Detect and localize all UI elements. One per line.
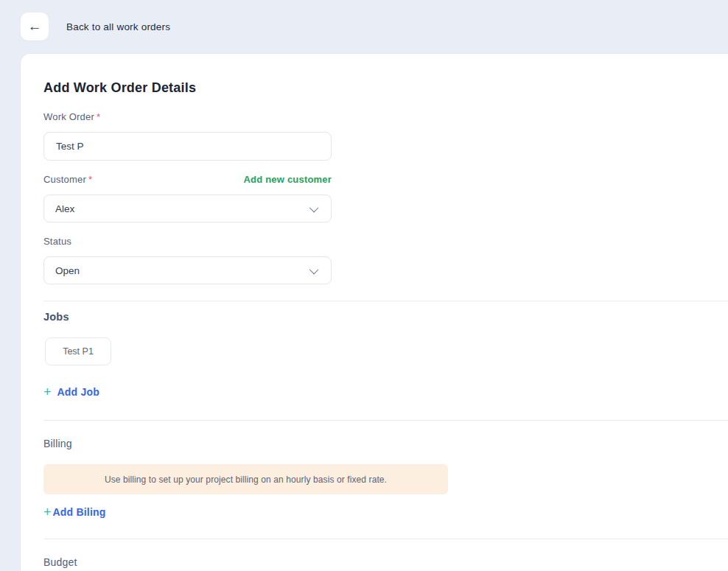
plus-icon: +: [43, 385, 52, 399]
billing-section-title: Billing: [43, 438, 728, 449]
work-order-label: Work Order*: [43, 111, 728, 122]
required-asterisk: *: [88, 174, 92, 185]
chevron-down-icon: [309, 265, 319, 274]
add-billing-link[interactable]: + Add Biling: [43, 505, 106, 519]
back-label: Back to all work orders: [66, 21, 170, 32]
back-arrow-icon: ←: [28, 18, 42, 35]
status-select-value: Open: [55, 265, 80, 276]
plus-icon: +: [43, 505, 52, 519]
back-button[interactable]: ←: [21, 13, 49, 41]
jobs-section-title: Jobs: [43, 311, 728, 323]
customer-label: Customer*: [43, 174, 92, 185]
page-title: Add Work Order Details: [43, 80, 728, 96]
job-chip[interactable]: Test P1: [45, 337, 111, 365]
divider: [43, 420, 728, 421]
status-label: Status: [43, 236, 728, 247]
work-order-card: Add Work Order Details Work Order* Custo…: [20, 53, 728, 571]
work-order-input[interactable]: [43, 132, 332, 161]
budget-section-title: Budget: [43, 556, 728, 568]
chevron-down-icon: [309, 203, 319, 212]
add-new-customer-link[interactable]: Add new customer: [244, 174, 332, 185]
customer-select-value: Alex: [55, 203, 74, 214]
billing-notice: Use billing to set up your project billi…: [43, 464, 448, 494]
add-job-label: Add Job: [57, 386, 99, 398]
customer-select[interactable]: Alex: [43, 195, 332, 223]
add-job-link[interactable]: + Add Job: [43, 385, 99, 399]
divider: [43, 301, 728, 301]
divider: [43, 539, 728, 539]
topbar: ← Back to all work orders: [0, 0, 728, 53]
add-billing-label: Add Biling: [53, 506, 106, 518]
status-select[interactable]: Open: [43, 256, 332, 284]
required-asterisk: *: [97, 111, 100, 122]
customer-label-row: Customer* Add new customer: [43, 174, 332, 185]
